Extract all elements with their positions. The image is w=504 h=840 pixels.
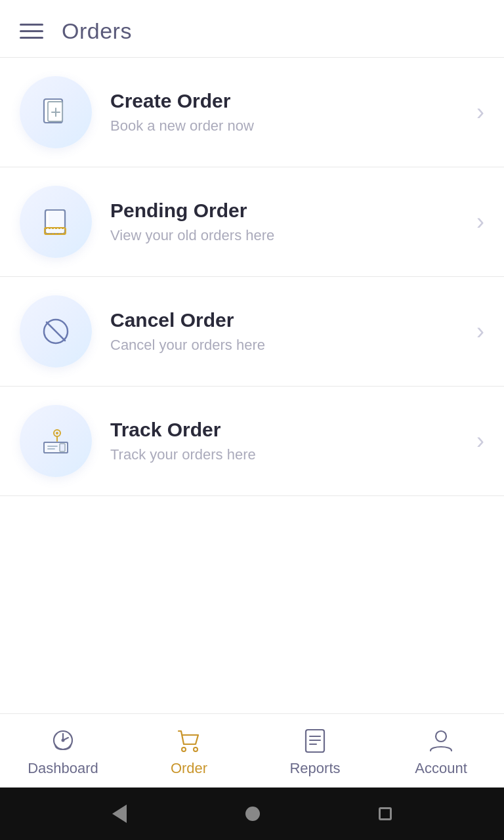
reports-nav-label: Reports [289, 760, 340, 777]
cancel-order-text: Cancel Order Cancel your orders here [110, 309, 470, 354]
svg-point-22 [194, 747, 198, 751]
page-title: Orders [62, 18, 132, 44]
create-order-title: Create Order [110, 90, 470, 112]
track-order-icon-circle [20, 405, 92, 477]
svg-line-11 [47, 322, 65, 341]
nav-reports[interactable]: Reports [252, 726, 378, 777]
svg-point-27 [436, 731, 446, 742]
track-order-text: Track Order Track your orders here [110, 419, 470, 463]
system-back-button[interactable] [112, 805, 127, 823]
svg-point-17 [56, 432, 58, 434]
bottom-nav: Dashboard Order Reports Account [0, 713, 504, 788]
order-nav-label: Order [171, 760, 207, 777]
pending-order-icon-circle [20, 186, 92, 258]
cancel-order-item[interactable]: Cancel Order Cancel your orders here › [0, 277, 504, 387]
order-icon [175, 726, 203, 755]
pending-order-icon [39, 205, 73, 239]
cancel-order-chevron: › [476, 320, 484, 343]
system-home-button[interactable] [245, 807, 260, 821]
create-order-icon [39, 95, 73, 129]
create-order-chevron: › [476, 100, 484, 124]
nav-dashboard[interactable]: Dashboard [0, 726, 126, 777]
cancel-order-title: Cancel Order [110, 309, 470, 331]
create-order-text: Create Order Book a new order now [110, 90, 470, 135]
account-nav-label: Account [415, 760, 467, 777]
account-icon [427, 726, 455, 755]
pending-order-title: Pending Order [110, 200, 470, 222]
nav-account[interactable]: Account [378, 726, 504, 777]
track-order-title: Track Order [110, 419, 470, 441]
pending-order-subtitle: View your old orders here [110, 227, 470, 244]
track-order-subtitle: Track your orders here [110, 446, 470, 463]
pending-order-item[interactable]: Pending Order View your old orders here … [0, 167, 504, 277]
system-nav-bar [0, 788, 504, 840]
header: Orders [0, 0, 504, 58]
pending-order-chevron: › [476, 210, 484, 234]
cancel-order-icon-circle [20, 295, 92, 368]
menu-list: Create Order Book a new order now › Pend… [0, 58, 504, 713]
create-order-icon-circle [20, 76, 92, 148]
nav-order[interactable]: Order [126, 726, 252, 777]
svg-point-21 [182, 747, 186, 751]
track-order-item[interactable]: Track Order Track your orders here › [0, 387, 504, 496]
cancel-order-icon [39, 314, 73, 348]
reports-icon [301, 726, 329, 755]
system-recents-button[interactable] [379, 807, 392, 820]
create-order-item[interactable]: Create Order Book a new order now › [0, 58, 504, 167]
cancel-order-subtitle: Cancel your orders here [110, 337, 470, 354]
svg-point-20 [62, 739, 65, 742]
dashboard-icon [49, 726, 77, 755]
pending-order-text: Pending Order View your old orders here [110, 200, 470, 244]
track-order-chevron: › [476, 429, 484, 453]
dashboard-nav-label: Dashboard [28, 760, 98, 777]
hamburger-menu-button[interactable] [20, 24, 43, 39]
create-order-subtitle: Book a new order now [110, 117, 470, 135]
svg-rect-18 [60, 444, 65, 452]
track-order-icon [39, 424, 73, 458]
